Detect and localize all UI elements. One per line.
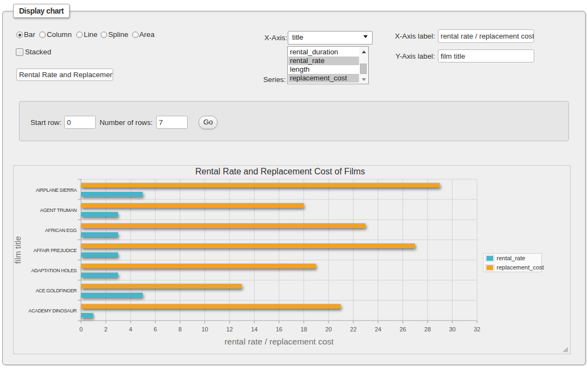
svg-text:replacement_cost: replacement_cost: [497, 264, 544, 271]
svg-text:6: 6: [153, 326, 157, 333]
svg-text:10: 10: [201, 326, 208, 333]
svg-text:ACE GOLDFINGER: ACE GOLDFINGER: [35, 288, 77, 293]
svg-text:0: 0: [79, 326, 83, 333]
svg-text:16: 16: [276, 326, 282, 333]
svg-text:12: 12: [226, 326, 233, 333]
svg-text:28: 28: [424, 326, 431, 333]
svg-text:18: 18: [300, 326, 307, 333]
svg-text:22: 22: [350, 326, 356, 333]
svg-text:ACADEMY DINOSAUR: ACADEMY DINOSAUR: [28, 308, 77, 313]
svg-text:20: 20: [325, 326, 332, 333]
svg-text:AIRPLANE SIERRA: AIRPLANE SIERRA: [36, 187, 77, 193]
svg-text:ADAPTATION HOLES: ADAPTATION HOLES: [31, 268, 77, 273]
svg-text:30: 30: [449, 326, 455, 333]
svg-text:AFRICAN EGG: AFRICAN EGG: [45, 228, 77, 233]
svg-text:film title: film title: [14, 236, 22, 264]
svg-text:32: 32: [474, 326, 480, 333]
svg-text:4: 4: [129, 326, 132, 333]
svg-text:14: 14: [251, 326, 257, 333]
svg-text:Rental Rate and Replacement Co: Rental Rate and Replacement Cost of Film…: [195, 167, 365, 176]
svg-text:AFFAIR PREJUDICE: AFFAIR PREJUDICE: [34, 248, 77, 253]
svg-text:26: 26: [399, 326, 406, 333]
svg-text:2: 2: [104, 326, 107, 333]
svg-text:AGENT TRUMAN: AGENT TRUMAN: [40, 208, 77, 213]
svg-text:rental_rate: rental_rate: [497, 255, 525, 261]
svg-text:rental rate / replacement cost: rental rate / replacement cost: [225, 337, 334, 346]
svg-text:24: 24: [375, 326, 381, 333]
svg-text:8: 8: [178, 326, 182, 333]
